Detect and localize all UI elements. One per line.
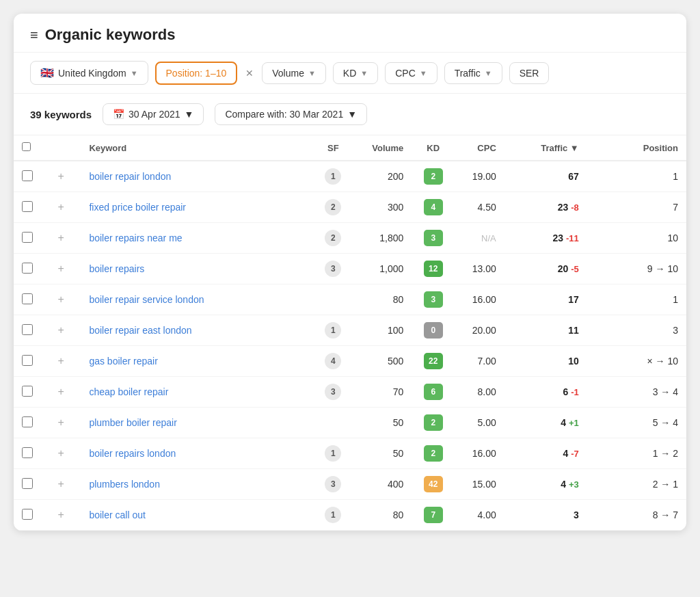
row-checkbox-cell — [14, 254, 46, 284]
row-checkbox-cell — [14, 500, 46, 531]
traffic-change: -5 — [571, 264, 579, 274]
add-keyword-button[interactable]: + — [55, 416, 66, 429]
keyword-cell: plumber boiler repair — [81, 408, 312, 438]
keyword-link[interactable]: boiler repair service london — [89, 294, 204, 305]
traffic-cell: 23 -8 — [504, 192, 587, 223]
traffic-value: 11 — [568, 325, 579, 336]
date-picker[interactable]: 📅 30 Apr 2021 ▼ — [103, 103, 204, 125]
sf-badge: 3 — [325, 476, 341, 492]
row-checkbox[interactable] — [22, 232, 33, 243]
add-keyword-button[interactable]: + — [55, 201, 66, 213]
compare-picker[interactable]: Compare with: 30 Mar 2021 ▼ — [215, 103, 367, 125]
traffic-filter[interactable]: Traffic ▼ — [444, 62, 502, 84]
keyword-link[interactable]: boiler call out — [89, 509, 146, 520]
select-all-checkbox[interactable] — [22, 142, 31, 151]
keyword-link[interactable]: boiler repairs — [89, 263, 144, 274]
volume-cell: 50 — [354, 408, 412, 438]
add-keyword-button[interactable]: + — [55, 447, 66, 460]
keyword-link[interactable]: fixed price boiler repair — [89, 202, 186, 213]
ser-filter[interactable]: SER — [509, 62, 550, 84]
add-keyword-button[interactable]: + — [55, 324, 66, 336]
position-value: 1 — [673, 171, 678, 182]
traffic-change: +1 — [569, 418, 579, 428]
row-checkbox[interactable] — [22, 386, 33, 397]
keyword-link[interactable]: boiler repairs near me — [89, 233, 182, 243]
row-checkbox[interactable] — [22, 509, 33, 520]
kd-cell: 42 — [412, 469, 455, 500]
traffic-change: -8 — [571, 202, 579, 213]
position-value: 1 — [673, 294, 678, 305]
position-cell: 2 → 1 — [587, 469, 686, 500]
volume-label: Volume — [272, 68, 304, 79]
sf-badge: 3 — [325, 261, 341, 277]
add-keyword-button[interactable]: + — [55, 355, 66, 367]
volume-cell: 50 — [354, 438, 412, 469]
position-cell: 1 — [587, 284, 686, 315]
add-keyword-button[interactable]: + — [55, 293, 66, 306]
kd-cell: 0 — [412, 315, 455, 346]
chevron-down-icon-kd: ▼ — [360, 69, 368, 77]
position-value: 9 → 10 — [647, 263, 678, 274]
sf-cell: 3 — [312, 254, 353, 284]
row-checkbox[interactable] — [22, 201, 33, 212]
kd-filter[interactable]: KD ▼ — [333, 62, 378, 84]
table-row: + cheap boiler repair 3 70 6 8.00 6 -1 3… — [14, 377, 686, 408]
kd-badge: 2 — [424, 414, 443, 431]
col-header-traffic[interactable]: Traffic ▼ — [504, 135, 587, 161]
stats-row: 39 keywords 📅 30 Apr 2021 ▼ Compare with… — [14, 94, 686, 135]
row-checkbox[interactable] — [22, 447, 33, 458]
country-filter[interactable]: 🇬🇧 United Kingdom ▼ — [30, 61, 148, 85]
row-checkbox[interactable] — [22, 324, 33, 335]
add-keyword-button[interactable]: + — [55, 386, 66, 398]
sf-badge: 2 — [325, 230, 341, 246]
row-checkbox[interactable] — [22, 170, 33, 181]
keyword-cell: boiler repairs near me — [81, 223, 312, 254]
sf-badge: 4 — [325, 353, 341, 369]
position-cell: 1 → 2 — [587, 438, 686, 469]
keywords-table: Keyword SF Volume KD CPC Traffic ▼ Posit… — [14, 135, 686, 531]
position-value: 5 → 4 — [653, 417, 678, 428]
keyword-cell: boiler repair london — [81, 161, 312, 192]
add-keyword-button[interactable]: + — [55, 263, 66, 275]
add-keyword-button[interactable]: + — [55, 509, 66, 521]
row-checkbox[interactable] — [22, 355, 33, 366]
volume-cell: 1,800 — [354, 223, 412, 254]
add-keyword-button[interactable]: + — [55, 170, 66, 183]
kd-badge: 12 — [424, 261, 443, 277]
keyword-link[interactable]: cheap boiler repair — [89, 386, 168, 397]
keyword-cell: boiler repair service london — [81, 284, 312, 315]
position-filter-close[interactable]: ✕ — [244, 68, 255, 79]
row-checkbox[interactable] — [22, 293, 33, 304]
col-header-position: Position — [587, 135, 686, 161]
row-checkbox[interactable] — [22, 478, 33, 489]
keyword-link[interactable]: boiler repairs london — [89, 448, 176, 459]
add-keyword-button[interactable]: + — [55, 478, 66, 490]
position-value: 8 → 7 — [653, 509, 678, 520]
keyword-link[interactable]: boiler repair london — [89, 171, 171, 182]
position-value: 7 — [673, 202, 678, 213]
sf-cell — [312, 284, 353, 315]
position-value: × → 10 — [647, 356, 678, 367]
row-checkbox-cell — [14, 161, 46, 192]
position-cell: 7 — [587, 192, 686, 223]
keyword-link[interactable]: plumber boiler repair — [89, 417, 176, 428]
volume-cell: 100 — [354, 315, 412, 346]
sf-cell: 3 — [312, 469, 353, 500]
add-keyword-button[interactable]: + — [55, 232, 66, 244]
row-add-cell: + — [46, 223, 81, 254]
position-filter[interactable]: Position: 1–10 — [155, 62, 238, 85]
keyword-link[interactable]: plumbers london — [89, 479, 160, 490]
row-checkbox[interactable] — [22, 416, 33, 427]
row-checkbox[interactable] — [22, 263, 33, 274]
page-title: Organic keywords — [45, 26, 176, 44]
hamburger-icon[interactable]: ≡ — [30, 27, 38, 43]
keyword-link[interactable]: gas boiler repair — [89, 356, 157, 367]
position-cell: 9 → 10 — [587, 254, 686, 284]
keyword-link[interactable]: boiler repair east london — [89, 325, 191, 336]
cpc-filter[interactable]: CPC ▼ — [385, 62, 437, 84]
traffic-value: 4 — [561, 417, 566, 428]
volume-filter[interactable]: Volume ▼ — [262, 62, 326, 84]
header: ≡ Organic keywords — [14, 14, 686, 53]
cpc-cell: 15.00 — [455, 469, 504, 500]
kd-cell: 22 — [412, 346, 455, 377]
